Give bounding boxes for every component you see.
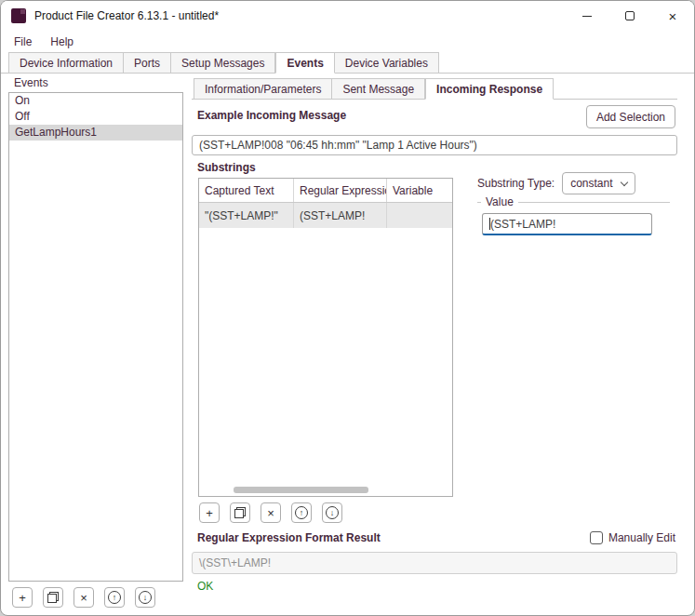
events-toolbar: + × ↑ ↓ bbox=[8, 587, 183, 608]
manually-edit-control: Manually Edit bbox=[590, 531, 675, 544]
regex-format-result-text: \(SST\+LAMP! bbox=[199, 556, 271, 569]
substring-type-value: constant bbox=[570, 177, 612, 190]
maximize-icon bbox=[625, 11, 635, 20]
add-selection-button[interactable]: Add Selection bbox=[586, 105, 675, 128]
copy-icon bbox=[234, 507, 246, 518]
event-list-item[interactable]: Off bbox=[9, 109, 182, 125]
delete-icon: × bbox=[267, 507, 274, 519]
window-title: Product File Creator 6.13.1 - untitled* bbox=[34, 9, 219, 22]
arrow-down-circle-icon: ↓ bbox=[326, 506, 339, 519]
events-list[interactable]: On Off GetLampHours1 bbox=[8, 92, 183, 582]
event-list-item-selected[interactable]: GetLampHours1 bbox=[9, 125, 182, 141]
event-detail-panel: Information/Parameters Sent Message Inco… bbox=[192, 77, 677, 604]
substrings-table: Captured Text Regular Expressio Variable… bbox=[198, 178, 453, 497]
menu-file[interactable]: File bbox=[5, 32, 41, 52]
regex-format-result-heading: Regular Expression Format Result bbox=[197, 531, 381, 544]
window-controls: × bbox=[566, 1, 694, 31]
status-text: OK bbox=[197, 580, 213, 593]
value-group-line bbox=[518, 202, 670, 203]
column-header-regular-expression[interactable]: Regular Expressio bbox=[294, 179, 387, 202]
substrings-table-header: Captured Text Regular Expressio Variable bbox=[199, 179, 452, 203]
substring-type-select[interactable]: constant bbox=[562, 172, 635, 194]
column-header-variable[interactable]: Variable bbox=[387, 179, 452, 202]
app-window: Product File Creator 6.13.1 - untitled* … bbox=[0, 0, 695, 616]
chevron-down-icon bbox=[620, 178, 627, 185]
tab-sent-message[interactable]: Sent Message bbox=[332, 78, 425, 100]
main-tab-bar: Device Information Ports Setup Messages … bbox=[1, 53, 694, 74]
tab-events[interactable]: Events bbox=[275, 52, 334, 74]
manually-edit-label: Manually Edit bbox=[608, 531, 675, 544]
substring-type-row: Substring Type: constant bbox=[477, 172, 635, 194]
value-input[interactable]: (SST+LAMP! bbox=[482, 213, 652, 235]
substrings-toolbar: + × ↑ ↓ bbox=[199, 502, 342, 523]
tab-incoming-response[interactable]: Incoming Response bbox=[425, 78, 554, 100]
arrow-down-circle-icon: ↓ bbox=[139, 591, 152, 604]
regex-format-result-field: \(SST\+LAMP! bbox=[192, 552, 677, 574]
menu-help[interactable]: Help bbox=[41, 32, 83, 52]
cell-regular-expression[interactable]: (SST+LAMP! bbox=[294, 203, 387, 228]
value-group-line bbox=[477, 202, 481, 203]
app-icon bbox=[11, 8, 26, 23]
example-incoming-message-text: (SST+LAMP!008 "06:45 hh:mm" "Lamp 1 Acti… bbox=[199, 139, 477, 152]
delete-substring-button[interactable]: × bbox=[261, 502, 281, 523]
substring-table-row[interactable]: "(SST+LAMP!" (SST+LAMP! bbox=[199, 203, 452, 228]
value-group-title-row: Value bbox=[477, 194, 670, 209]
duplicate-event-button[interactable] bbox=[43, 587, 63, 608]
plus-icon: + bbox=[19, 592, 26, 604]
example-incoming-message-heading: Example Incoming Message bbox=[197, 109, 346, 122]
event-list-item[interactable]: On bbox=[9, 93, 182, 109]
tab-device-information[interactable]: Device Information bbox=[8, 52, 124, 74]
delete-icon: × bbox=[80, 592, 87, 604]
cell-variable[interactable] bbox=[387, 203, 452, 228]
close-button[interactable]: × bbox=[651, 1, 694, 31]
column-header-captured-text[interactable]: Captured Text bbox=[199, 179, 294, 202]
arrow-up-circle-icon: ↑ bbox=[295, 506, 308, 519]
copy-icon bbox=[47, 592, 59, 603]
value-input-text: (SST+LAMP! bbox=[490, 218, 555, 231]
arrow-up-circle-icon: ↑ bbox=[108, 591, 121, 604]
tab-device-variables[interactable]: Device Variables bbox=[335, 52, 439, 74]
menu-bar: File Help bbox=[1, 31, 694, 53]
move-substring-down-button[interactable]: ↓ bbox=[322, 502, 342, 523]
move-event-down-button[interactable]: ↓ bbox=[135, 587, 155, 608]
event-sub-tab-bar: Information/Parameters Sent Message Inco… bbox=[192, 77, 677, 100]
plus-icon: + bbox=[206, 507, 213, 519]
substring-type-label: Substring Type: bbox=[477, 177, 555, 190]
delete-event-button[interactable]: × bbox=[74, 587, 94, 608]
move-event-up-button[interactable]: ↑ bbox=[104, 587, 125, 608]
example-incoming-message-input[interactable]: (SST+LAMP!008 "06:45 hh:mm" "Lamp 1 Acti… bbox=[192, 135, 677, 155]
cell-captured-text[interactable]: "(SST+LAMP!" bbox=[199, 203, 294, 228]
value-group: Value (SST+LAMP! bbox=[477, 194, 670, 209]
scrollbar-thumb[interactable] bbox=[234, 487, 368, 493]
tab-ports[interactable]: Ports bbox=[124, 52, 171, 74]
events-panel: Events On Off GetLampHours1 + × ↑ ↓ bbox=[8, 74, 183, 608]
duplicate-substring-button[interactable] bbox=[230, 502, 250, 523]
table-horizontal-scrollbar[interactable] bbox=[201, 487, 450, 494]
manually-edit-checkbox[interactable] bbox=[590, 531, 603, 544]
substrings-heading: Substrings bbox=[197, 161, 256, 174]
add-event-button[interactable]: + bbox=[12, 587, 33, 608]
tab-setup-messages[interactable]: Setup Messages bbox=[171, 52, 275, 74]
value-heading: Value bbox=[486, 195, 514, 208]
title-bar: Product File Creator 6.13.1 - untitled* … bbox=[1, 1, 694, 31]
minimize-icon bbox=[582, 16, 592, 17]
maximize-button[interactable] bbox=[608, 1, 651, 31]
events-heading: Events bbox=[8, 74, 183, 92]
minimize-button[interactable] bbox=[566, 1, 608, 31]
move-substring-up-button[interactable]: ↑ bbox=[291, 502, 312, 523]
tab-information-parameters[interactable]: Information/Parameters bbox=[194, 78, 332, 100]
add-substring-button[interactable]: + bbox=[199, 502, 220, 523]
